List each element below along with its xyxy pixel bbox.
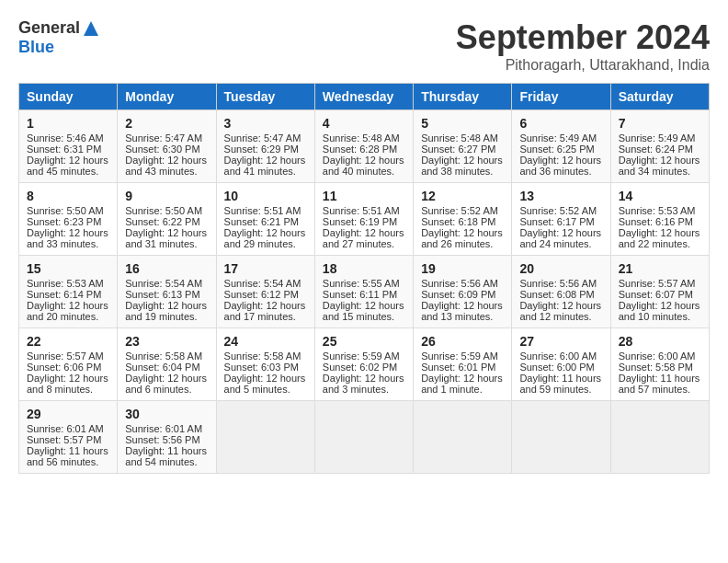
svg-marker-0 bbox=[84, 21, 98, 36]
cell-text: Sunrise: 5:57 AM bbox=[27, 350, 109, 362]
cell-text: Sunset: 6:06 PM bbox=[27, 362, 109, 373]
cell-text: and 19 minutes. bbox=[125, 311, 208, 322]
day-number: 21 bbox=[619, 261, 701, 276]
calendar-cell: 12Sunrise: 5:52 AMSunset: 6:18 PMDayligh… bbox=[414, 183, 512, 256]
day-header-wednesday: Wednesday bbox=[314, 84, 413, 110]
cell-text: Sunset: 5:58 PM bbox=[619, 362, 701, 373]
week-row-1: 1Sunrise: 5:46 AMSunset: 6:31 PMDaylight… bbox=[19, 110, 710, 183]
cell-text: Daylight: 12 hours bbox=[125, 373, 208, 384]
week-row-4: 22Sunrise: 5:57 AMSunset: 6:06 PMDayligh… bbox=[19, 328, 710, 401]
calendar-cell: 10Sunrise: 5:51 AMSunset: 6:21 PMDayligh… bbox=[216, 183, 314, 256]
cell-text: and 31 minutes. bbox=[125, 238, 208, 249]
cell-text: and 6 minutes. bbox=[125, 384, 208, 395]
cell-text: Daylight: 11 hours bbox=[519, 373, 602, 384]
day-header-sunday: Sunday bbox=[19, 84, 118, 110]
calendar-cell: 7Sunrise: 5:49 AMSunset: 6:24 PMDaylight… bbox=[610, 110, 709, 183]
cell-text: and 40 minutes. bbox=[323, 166, 405, 177]
days-header-row: SundayMondayTuesdayWednesdayThursdayFrid… bbox=[19, 84, 710, 110]
cell-text: and 57 minutes. bbox=[619, 384, 701, 395]
header: General Blue September 2024 Pithoragarh,… bbox=[18, 18, 710, 74]
week-row-5: 29Sunrise: 6:01 AMSunset: 5:57 PMDayligh… bbox=[19, 401, 710, 474]
day-number: 2 bbox=[125, 116, 208, 131]
calendar-cell bbox=[314, 401, 413, 474]
day-number: 18 bbox=[323, 261, 405, 276]
cell-text: Sunset: 6:24 PM bbox=[619, 144, 701, 155]
cell-text: Daylight: 12 hours bbox=[27, 300, 109, 311]
calendar-cell: 11Sunrise: 5:51 AMSunset: 6:19 PMDayligh… bbox=[314, 183, 413, 256]
cell-text: Sunrise: 5:52 AM bbox=[421, 205, 504, 216]
cell-text: Daylight: 11 hours bbox=[27, 445, 109, 456]
cell-text: Sunrise: 5:50 AM bbox=[27, 205, 109, 216]
day-header-thursday: Thursday bbox=[414, 84, 512, 110]
cell-text: Daylight: 12 hours bbox=[421, 227, 504, 238]
calendar-cell bbox=[216, 401, 314, 474]
day-number: 11 bbox=[323, 189, 405, 203]
cell-text: Sunset: 6:28 PM bbox=[323, 144, 405, 155]
cell-text: Sunrise: 5:47 AM bbox=[125, 132, 208, 144]
cell-text: and 1 minute. bbox=[421, 384, 504, 395]
calendar-cell: 22Sunrise: 5:57 AMSunset: 6:06 PMDayligh… bbox=[19, 328, 118, 401]
day-number: 8 bbox=[27, 189, 109, 203]
day-number: 23 bbox=[125, 334, 208, 349]
day-number: 16 bbox=[125, 261, 208, 276]
cell-text: Sunrise: 5:53 AM bbox=[27, 278, 109, 289]
calendar-cell: 2Sunrise: 5:47 AMSunset: 6:30 PMDaylight… bbox=[118, 110, 216, 183]
day-number: 5 bbox=[421, 116, 504, 131]
day-number: 25 bbox=[323, 334, 405, 349]
cell-text: Daylight: 12 hours bbox=[519, 227, 602, 238]
week-row-3: 15Sunrise: 5:53 AMSunset: 6:14 PMDayligh… bbox=[19, 256, 710, 328]
calendar-cell: 27Sunrise: 6:00 AMSunset: 6:00 PMDayligh… bbox=[512, 328, 610, 401]
cell-text: Sunrise: 5:51 AM bbox=[323, 205, 405, 216]
cell-text: Sunset: 6:11 PM bbox=[323, 289, 405, 300]
cell-text: Daylight: 11 hours bbox=[619, 373, 701, 384]
cell-text: Sunrise: 5:56 AM bbox=[421, 278, 504, 289]
cell-text: Daylight: 12 hours bbox=[421, 300, 504, 311]
cell-text: and 54 minutes. bbox=[125, 456, 208, 467]
day-number: 3 bbox=[224, 116, 307, 131]
calendar-cell: 28Sunrise: 6:00 AMSunset: 5:58 PMDayligh… bbox=[610, 328, 709, 401]
cell-text: Sunset: 6:22 PM bbox=[125, 216, 208, 227]
cell-text: Sunset: 6:13 PM bbox=[125, 289, 208, 300]
day-number: 13 bbox=[519, 189, 602, 203]
day-number: 24 bbox=[224, 334, 307, 349]
calendar-cell: 26Sunrise: 5:59 AMSunset: 6:01 PMDayligh… bbox=[414, 328, 512, 401]
logo-blue-text: Blue bbox=[18, 38, 54, 57]
title-area: September 2024 Pithoragarh, Uttarakhand,… bbox=[456, 18, 710, 74]
cell-text: Sunrise: 5:56 AM bbox=[519, 278, 602, 289]
cell-text: Sunset: 6:02 PM bbox=[323, 362, 405, 373]
cell-text: Sunset: 6:19 PM bbox=[323, 216, 405, 227]
cell-text: Sunset: 6:18 PM bbox=[421, 216, 504, 227]
day-number: 14 bbox=[619, 189, 701, 203]
cell-text: and 41 minutes. bbox=[224, 166, 307, 177]
calendar-cell: 5Sunrise: 5:48 AMSunset: 6:27 PMDaylight… bbox=[414, 110, 512, 183]
cell-text: Sunset: 6:12 PM bbox=[224, 289, 307, 300]
day-number: 1 bbox=[27, 116, 109, 131]
cell-text: Sunset: 6:03 PM bbox=[224, 362, 307, 373]
cell-text: Sunset: 6:27 PM bbox=[421, 144, 504, 155]
cell-text: and 43 minutes. bbox=[125, 166, 208, 177]
logo: General Blue bbox=[18, 18, 100, 57]
cell-text: Daylight: 12 hours bbox=[125, 227, 208, 238]
calendar-cell: 16Sunrise: 5:54 AMSunset: 6:13 PMDayligh… bbox=[118, 256, 216, 328]
cell-text: Sunset: 5:56 PM bbox=[125, 434, 208, 445]
calendar-cell: 14Sunrise: 5:53 AMSunset: 6:16 PMDayligh… bbox=[610, 183, 709, 256]
cell-text: and 15 minutes. bbox=[323, 311, 405, 322]
cell-text: Daylight: 12 hours bbox=[224, 155, 307, 166]
cell-text: Sunrise: 5:48 AM bbox=[421, 132, 504, 144]
cell-text: Sunset: 6:30 PM bbox=[125, 144, 208, 155]
cell-text: Daylight: 12 hours bbox=[519, 155, 602, 166]
day-header-tuesday: Tuesday bbox=[216, 84, 314, 110]
day-number: 4 bbox=[323, 116, 405, 131]
calendar-cell: 25Sunrise: 5:59 AMSunset: 6:02 PMDayligh… bbox=[314, 328, 413, 401]
cell-text: Daylight: 12 hours bbox=[125, 300, 208, 311]
cell-text: and 5 minutes. bbox=[224, 384, 307, 395]
cell-text: Daylight: 12 hours bbox=[27, 373, 109, 384]
cell-text: and 17 minutes. bbox=[224, 311, 307, 322]
day-header-saturday: Saturday bbox=[610, 84, 709, 110]
calendar-cell: 19Sunrise: 5:56 AMSunset: 6:09 PMDayligh… bbox=[414, 256, 512, 328]
cell-text: Sunset: 6:09 PM bbox=[421, 289, 504, 300]
calendar-cell: 20Sunrise: 5:56 AMSunset: 6:08 PMDayligh… bbox=[512, 256, 610, 328]
cell-text: Sunrise: 5:59 AM bbox=[421, 350, 504, 362]
calendar-cell: 13Sunrise: 5:52 AMSunset: 6:17 PMDayligh… bbox=[512, 183, 610, 256]
cell-text: Sunset: 5:57 PM bbox=[27, 434, 109, 445]
